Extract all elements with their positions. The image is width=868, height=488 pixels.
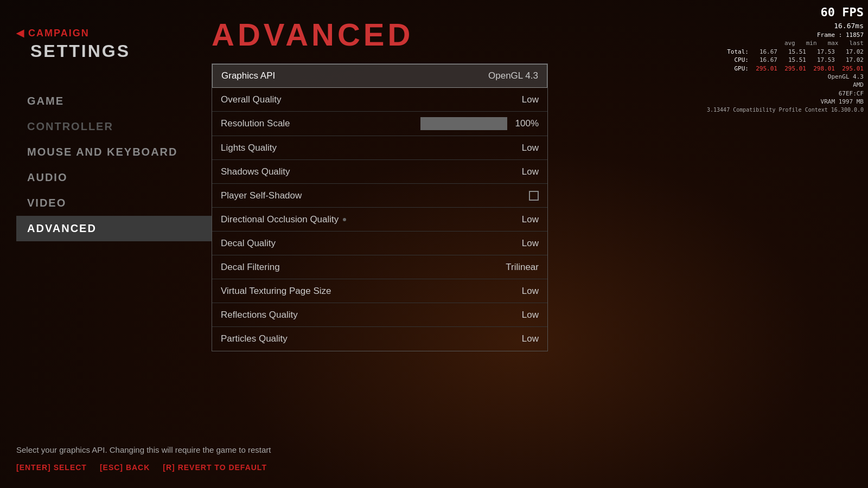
fps-overlay: 60 FPS 16.67ms Frame : 11857 avg min max… (707, 4, 864, 114)
setting-value-shadows-quality: Low (522, 166, 539, 177)
fps-context: 3.13447 Compatibility Profile Context 16… (707, 106, 864, 114)
setting-value-reflections-quality: Low (522, 310, 539, 320)
control-esc-back[interactable]: [ESC] BACK (100, 463, 150, 472)
checkbox-player-self-shadow[interactable] (529, 191, 539, 201)
hint-text: Select your graphics API. Changing this … (16, 445, 868, 454)
back-button[interactable]: ◀ CAMPAIGN (16, 27, 212, 39)
setting-label-decal-quality: Decal Quality (221, 238, 276, 249)
setting-value-particles-quality: Low (522, 333, 539, 344)
fps-gpu-row: GPU: 295.01 295.01 298.01 295.01 (707, 65, 864, 73)
fps-frame: Frame : 11857 (707, 31, 864, 39)
controls-row: [ENTER] SELECT [ESC] BACK [R] REVERT TO … (16, 463, 868, 472)
fps-api: OpenGL 4.3 (707, 73, 864, 81)
sidebar-item-game[interactable]: GAME (16, 88, 212, 114)
fps-counter: 60 FPS (707, 4, 864, 21)
setting-value-decal-filtering: Trilinear (506, 262, 539, 273)
fps-vendor: AMD (707, 81, 864, 89)
setting-row-overall-quality[interactable]: Overall Quality Low (212, 88, 547, 112)
settings-list: Graphics API OpenGL 4.3 Overall Quality … (212, 63, 548, 351)
resolution-slider[interactable] (420, 117, 507, 130)
resolution-bar-container: 100% (420, 117, 539, 130)
fps-headers: avg min max last (707, 39, 864, 47)
setting-row-virtual-texturing[interactable]: Virtual Texturing Page Size Low (212, 279, 547, 303)
setting-row-lights-quality[interactable]: Lights Quality Low (212, 136, 547, 160)
setting-value-graphics-api: OpenGL 4.3 (488, 70, 538, 81)
setting-value-resolution-scale: 100% (512, 118, 539, 129)
control-r-revert[interactable]: [R] REVERT TO DEFAULT (163, 463, 267, 472)
setting-row-particles-quality[interactable]: Particles Quality Low (212, 327, 547, 351)
setting-row-resolution-scale[interactable]: Resolution Scale 100% (212, 112, 547, 136)
back-arrow-icon: ◀ (16, 27, 24, 39)
fps-vram: VRAM 1997 MB (707, 98, 864, 106)
settings-label: SETTINGS (16, 41, 212, 61)
sidebar-item-advanced[interactable]: ADVANCED (16, 216, 212, 241)
sidebar-item-mouse-keyboard[interactable]: MOUSE AND KEYBOARD (16, 139, 212, 165)
campaign-label: CAMPAIGN (28, 28, 90, 39)
setting-row-decal-quality[interactable]: Decal Quality Low (212, 232, 547, 255)
nav-list: GAME CONTROLLER MOUSE AND KEYBOARD AUDIO… (16, 88, 212, 241)
setting-row-graphics-api[interactable]: Graphics API OpenGL 4.3 (212, 64, 547, 88)
setting-label-particles-quality: Particles Quality (221, 333, 288, 344)
setting-label-overall-quality: Overall Quality (221, 94, 281, 105)
fps-total-row: Total: 16.67 15.51 17.53 17.02 (707, 48, 864, 56)
setting-label-decal-filtering: Decal Filtering (221, 262, 280, 273)
bottom-bar: Select your graphics API. Changing this … (16, 445, 868, 472)
dot-decoration (343, 218, 346, 221)
setting-label-reflections-quality: Reflections Quality (221, 310, 298, 320)
setting-value-overall-quality: Low (522, 94, 539, 105)
sidebar-item-controller[interactable]: CONTROLLER (16, 114, 212, 139)
setting-row-reflections-quality[interactable]: Reflections Quality Low (212, 303, 547, 327)
control-enter-select[interactable]: [ENTER] SELECT (16, 463, 87, 472)
setting-value-virtual-texturing: Low (522, 286, 539, 297)
sidebar-item-audio[interactable]: AUDIO (16, 165, 212, 190)
setting-value-directional-occlusion: Low (522, 214, 539, 225)
setting-label-lights-quality: Lights Quality (221, 143, 277, 153)
setting-label-virtual-texturing: Virtual Texturing Page Size (221, 286, 331, 297)
fps-cpu-row: CPU: 16.67 15.51 17.53 17.02 (707, 56, 864, 64)
setting-row-directional-occlusion[interactable]: Directional Occlusion Quality Low (212, 208, 547, 232)
setting-label-player-self-shadow: Player Self-Shadow (221, 190, 302, 201)
sidebar-item-video[interactable]: VIDEO (16, 190, 212, 216)
setting-value-decal-quality: Low (522, 238, 539, 249)
fps-profile: 67EF:CF (707, 89, 864, 98)
sidebar: ◀ CAMPAIGN SETTINGS GAME CONTROLLER MOUS… (0, 0, 212, 488)
setting-label-shadows-quality: Shadows Quality (221, 166, 290, 177)
fps-ms: 16.67ms (707, 21, 864, 31)
setting-label-resolution-scale: Resolution Scale (221, 118, 290, 129)
setting-row-shadows-quality[interactable]: Shadows Quality Low (212, 160, 547, 184)
setting-row-player-self-shadow[interactable]: Player Self-Shadow (212, 184, 547, 208)
setting-label-directional-occlusion: Directional Occlusion Quality (221, 214, 348, 225)
setting-row-decal-filtering[interactable]: Decal Filtering Trilinear (212, 255, 547, 279)
setting-value-lights-quality: Low (522, 143, 539, 153)
setting-label-graphics-api: Graphics API (221, 70, 275, 81)
resolution-bar-fill (420, 117, 507, 130)
